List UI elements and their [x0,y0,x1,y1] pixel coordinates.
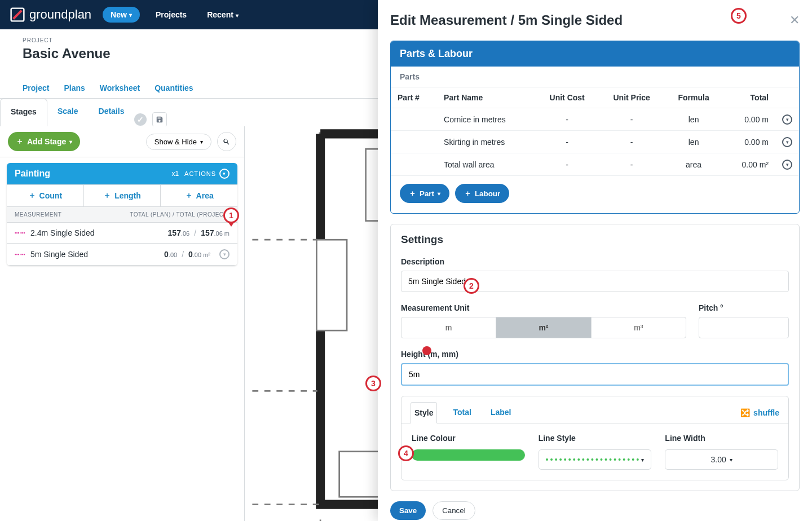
save-button[interactable]: Save [390,501,426,520]
parts-labour-title: Parts & Labour [391,41,799,67]
part-price: - [599,131,665,153]
part-price: - [599,108,665,131]
line-width-select[interactable]: 3.00 ▾ [665,449,778,470]
left-panel: ＋ Add Stage ▾ Show & Hide ▾ Painting x1 [0,126,245,521]
caret-down-icon: ▾ [438,191,440,197]
proj-val-big: 0 [188,250,193,259]
part-cost: - [535,131,598,153]
cla-count[interactable]: ＋Count [7,185,84,206]
logo-icon [10,7,25,22]
part-name: Total wall area [437,153,535,176]
caret-down-icon: ▾ [730,457,732,463]
show-hide-button[interactable]: Show & Hide ▾ [146,134,211,150]
nav-recent-label: Recent [207,10,233,19]
caret-down-icon: ▾ [641,457,644,463]
nav-recent[interactable]: Recent ▾ [202,7,243,23]
callout-4: 4 [398,445,414,461]
unit-m[interactable]: m [401,317,496,338]
tab-stages[interactable]: Stages [0,99,47,127]
measurement-row[interactable]: ┅┅ 5m Single Sided 0.00 / 0.00 m² ▾ [7,244,237,266]
cla-length[interactable]: ＋Length [84,185,161,206]
style-tabs: Style Total Label [411,402,514,423]
plan-val-big: 0 [164,250,169,259]
settings-title: Settings [391,224,799,246]
stage-card: Painting x1 ACTIONS ▾ ＋Count ＋Length ＋Ar… [7,163,237,266]
height-input[interactable] [401,363,789,386]
stage-actions-button[interactable]: ACTIONS ▾ [184,169,230,179]
line-preview-icon [546,458,639,461]
line-colour-label: Line Colour [412,434,525,443]
tab-total[interactable]: Total [449,402,474,423]
col-partname: Part Name [437,87,535,108]
col-unitcost: Unit Cost [535,87,598,108]
cancel-button[interactable]: Cancel [433,501,475,520]
add-labour-label: Labour [475,189,500,198]
col-formula: Formula [664,87,722,108]
meas-header-left: measurement [15,211,61,218]
plus-icon: ＋ [409,188,416,198]
pitch-input[interactable] [699,317,789,338]
callout-2: 2 [464,278,479,294]
caret-down-icon: ▾ [69,139,72,145]
shuffle-button[interactable]: 🔀 shuffle [740,408,779,417]
tab-style[interactable]: Style [411,402,437,423]
measurement-header: measurement total (plan) / total (projec… [7,207,237,223]
col-total: Total [723,87,775,108]
plus-icon: ＋ [103,191,111,201]
stage-title: Painting [15,169,50,179]
cla-area[interactable]: ＋Area [161,185,237,206]
tab-plans[interactable]: Plans [64,83,85,98]
part-price: - [599,153,665,176]
stage-header[interactable]: Painting x1 ACTIONS ▾ [7,163,237,184]
add-labour-button[interactable]: ＋ Labour [455,184,509,203]
svg-rect-3 [316,240,347,330]
chevron-down-icon[interactable]: ▾ [782,160,792,170]
show-hide-label: Show & Hide [155,138,197,146]
add-part-button[interactable]: ＋ Part ▾ [400,184,449,203]
unit-m2[interactable]: m² [496,317,591,338]
chevron-down-icon[interactable]: ▾ [219,249,230,259]
stage-count: x1 [171,170,179,178]
line-style-select[interactable]: ▾ [539,449,652,470]
tab-label[interactable]: Label [487,402,515,423]
cla-length-label: Length [114,191,141,200]
unit-m3[interactable]: m³ [592,317,686,338]
measurement-row[interactable]: ┅┅ 2.4m Single Sided 157.06 / 157.06 m [7,223,237,244]
col-unitprice: Unit Price [599,87,665,108]
add-stage-button[interactable]: ＋ Add Stage ▾ [8,132,80,151]
close-button[interactable]: ✕ [789,13,800,28]
nav-projects[interactable]: Projects [151,7,191,23]
chevron-down-icon[interactable]: ▾ [782,114,792,125]
tab-project[interactable]: Project [23,83,49,98]
measurement-name: 2.4m Single Sided [30,228,168,237]
brand-logo: groundplan [10,7,91,22]
new-button[interactable]: New ▾ [103,7,140,23]
tab-quantities[interactable]: Quantities [155,83,193,98]
caret-down-icon: ▾ [236,12,239,19]
tab-worksheet[interactable]: Worksheet [100,83,140,98]
line-style-label: Line Style [539,434,652,443]
part-name: Skirting in metres [437,131,535,153]
tab-details[interactable]: Details [89,99,135,126]
panel-title: Edit Measurement / 5m Single Sided [390,12,623,28]
table-row[interactable]: Skirting in metres - - len 0.00 m ▾ [391,131,799,153]
line-colour-picker[interactable] [412,449,525,461]
plan-val-big: 157 [168,228,181,237]
meas-header-right: total (plan) / total (project) [130,211,230,218]
plus-icon: ＋ [464,188,471,198]
part-cost: - [535,108,598,131]
check-circle-icon[interactable]: ✓ [134,113,147,126]
table-row[interactable]: Cornice in metres - - len 0.00 m ▾ [391,108,799,131]
callout-3: 3 [365,376,381,391]
shuffle-label: shuffle [753,408,779,417]
table-row[interactable]: Total wall area - - area 0.00 m² ▾ [391,153,799,176]
search-button[interactable] [217,132,236,151]
tab-scale[interactable]: Scale [47,99,89,126]
save-icon[interactable] [152,112,167,127]
unit-label: Measurement Unit [401,303,686,312]
description-input[interactable] [401,271,789,292]
callout-1: 1 [223,207,239,223]
search-icon [223,138,231,145]
line-width-value: 3.00 [711,455,726,464]
chevron-down-icon[interactable]: ▾ [782,137,792,147]
